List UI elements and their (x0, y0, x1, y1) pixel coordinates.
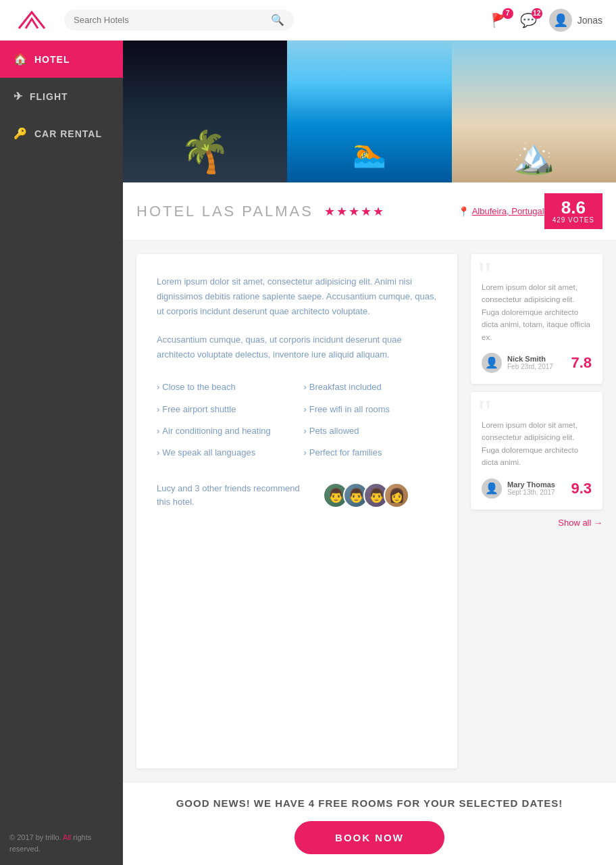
messages-button[interactable]: 💬 12 (520, 12, 537, 28)
rating-votes: 429 VOTES (553, 216, 594, 224)
friends-text: Lucy and 3 other friends recommend this … (157, 482, 312, 508)
sidebar-item-flight[interactable]: ✈ FLIGHT (0, 78, 123, 115)
reviews-sidebar: " Lorem ipsum dolor sit amet, consectetu… (471, 254, 602, 768)
messages-badge: 12 (532, 8, 542, 19)
book-now-button[interactable]: BOOK NOW (294, 821, 444, 854)
hotel-description-2: Accusantium cumque, quas, ut corporis in… (157, 332, 437, 362)
content-area: Lorem ipsum dolor sit amet, consectetur … (123, 241, 616, 782)
reviewer-score-2: 9.3 (571, 480, 592, 497)
reviewer-avatar-1: 👤 (482, 353, 502, 373)
hero-image-1 (123, 41, 287, 182)
hotel-location: 📍 Albufeira, Portugal (458, 206, 544, 217)
header: 🔍 🚩 7 💬 12 👤 Jonas (0, 0, 616, 41)
chevron-icon: › (304, 381, 307, 393)
quote-mark-2: " (478, 399, 492, 427)
hotel-title-bar: HOTEL LAS PALMAS ★★★★★ 📍 Albufeira, Port… (123, 182, 616, 241)
search-icon[interactable]: 🔍 (271, 14, 284, 26)
reviewer-name-2: Mary Thomas (507, 480, 565, 489)
location-link[interactable]: Albufeira, Portugal (472, 206, 544, 216)
reviewer-name-1: Nick Smith (507, 355, 565, 363)
reviewer-1: 👤 Nick Smith Feb 23rd, 2017 7.8 (482, 353, 592, 373)
chevron-icon: › (304, 425, 307, 437)
sidebar-label-hotel: HOTEL (34, 54, 70, 65)
chevron-icon: › (157, 425, 159, 437)
review-card-2: " Lorem ipsum dolor sit amet, consectetu… (471, 392, 602, 510)
friends-avatars: 👨 👨 👨 👩 (323, 483, 409, 508)
hero-image-3 (452, 41, 616, 182)
footer-link[interactable]: All (63, 833, 71, 841)
feature-close-to-beach: › Close to the beach (157, 378, 290, 396)
hero-image-2 (287, 41, 451, 182)
layout: 🏠 HOTEL ✈ FLIGHT 🔑 CAR RENTAL © 2017 by … (0, 41, 616, 865)
location-icon: 📍 (458, 206, 469, 217)
show-all-button[interactable]: Show all → (471, 518, 602, 528)
search-input[interactable] (74, 15, 271, 25)
rating-score: 8.6 (561, 199, 586, 216)
hero-images (123, 41, 616, 182)
sidebar-label-flight: FLIGHT (30, 91, 68, 102)
sidebar: 🏠 HOTEL ✈ FLIGHT 🔑 CAR RENTAL © 2017 by … (0, 41, 123, 865)
review-text-2: Lorem ipsum dolor sit amet, consectetur … (482, 419, 592, 469)
feature-families: › Perfect for families (304, 444, 438, 462)
bottom-bar: GOOD NEWS! WE HAVE 4 FREE ROOMS FOR YOUR… (123, 782, 616, 865)
reviewer-date-1: Feb 23rd, 2017 (507, 363, 565, 370)
friends-recommendation: Lucy and 3 other friends recommend this … (157, 482, 437, 508)
sidebar-footer: © 2017 by trillo. All rights reserved. (0, 821, 123, 865)
review-card-1: " Lorem ipsum dolor sit amet, consectetu… (471, 254, 602, 384)
feature-ac: › Air conditioning and heating (157, 422, 290, 440)
reviewer-2: 👤 Mary Thomas Sept 13th, 2017 9.3 (482, 478, 592, 499)
reviewer-info-2: Mary Thomas Sept 13th, 2017 (507, 480, 565, 496)
user-menu[interactable]: 👤 Jonas (549, 9, 602, 32)
review-text-1: Lorem ipsum dolor sit amet, consectetur … (482, 281, 592, 343)
sidebar-label-car-rental: CAR RENTAL (34, 128, 102, 139)
sidebar-item-hotel[interactable]: 🏠 HOTEL (0, 41, 123, 78)
friend-avatar-4: 👩 (384, 483, 409, 508)
bookmarks-button[interactable]: 🚩 7 (491, 12, 508, 28)
good-news-message: GOOD NEWS! WE HAVE 4 FREE ROOMS FOR YOUR… (136, 797, 602, 809)
flight-icon: ✈ (14, 90, 23, 103)
reviewer-info-1: Nick Smith Feb 23rd, 2017 (507, 355, 565, 370)
hotel-name: HOTEL LAS PALMAS (136, 203, 313, 220)
feature-wifi: › Free wifi in all rooms (304, 401, 438, 418)
chevron-icon: › (304, 447, 307, 459)
feature-languages: › We speak all languages (157, 444, 290, 462)
chevron-icon: › (157, 403, 159, 416)
rating-badge: 8.6 429 VOTES (544, 193, 602, 229)
header-right: 🚩 7 💬 12 👤 Jonas (491, 9, 602, 32)
hotel-icon: 🏠 (14, 53, 28, 66)
bookmark-badge: 7 (503, 8, 513, 19)
hotel-stars: ★★★★★ (324, 204, 385, 219)
logo[interactable] (14, 7, 51, 34)
avatar: 👤 (549, 9, 572, 32)
chevron-icon: › (304, 403, 307, 416)
chevron-icon: › (157, 447, 159, 459)
feature-breakfast: › Breakfast included (304, 378, 438, 396)
search-bar: 🔍 (64, 9, 294, 30)
features-grid: › Close to the beach › Breakfast include… (157, 378, 437, 462)
hotel-description-1: Lorem ipsum dolor sit amet, consectetur … (157, 274, 437, 319)
feature-pets: › Pets allowed (304, 422, 438, 440)
sidebar-item-car-rental[interactable]: 🔑 CAR RENTAL (0, 115, 123, 152)
reviewer-score-1: 7.8 (571, 354, 592, 372)
chevron-icon: › (157, 381, 159, 393)
quote-mark-1: " (478, 261, 492, 289)
reviewer-avatar-2: 👤 (482, 478, 502, 499)
user-name: Jonas (578, 15, 602, 26)
main-content: HOTEL LAS PALMAS ★★★★★ 📍 Albufeira, Port… (123, 41, 616, 865)
hotel-card: Lorem ipsum dolor sit amet, consectetur … (136, 254, 457, 768)
feature-airport-shuttle: › Free airport shuttle (157, 401, 290, 418)
reviewer-date-2: Sept 13th, 2017 (507, 489, 565, 496)
key-icon: 🔑 (14, 127, 28, 140)
